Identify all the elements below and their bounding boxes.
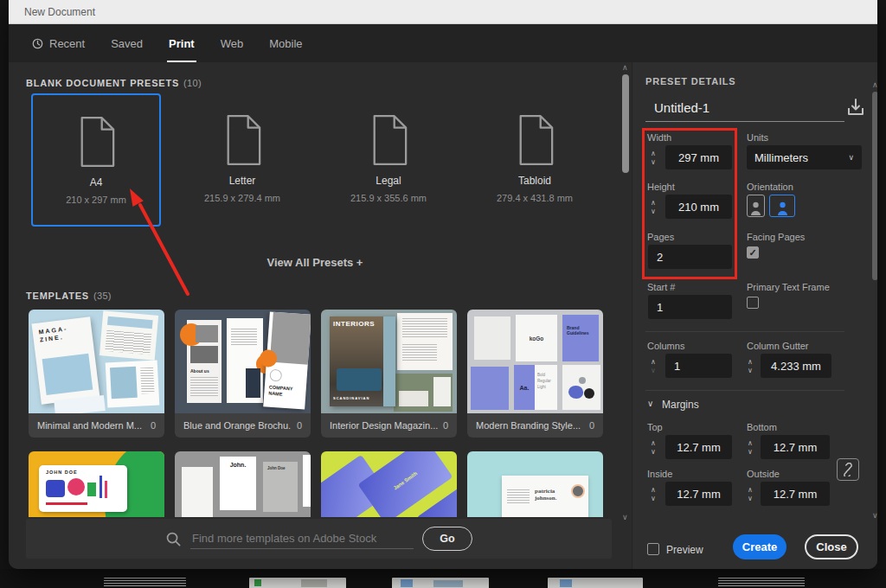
stepper-up-icon[interactable]: ∧ bbox=[651, 359, 656, 365]
column-gutter-field[interactable]: 4.233 mm bbox=[761, 354, 831, 378]
thumb-art bbox=[105, 330, 151, 355]
thumb-art: patricia johnson. bbox=[502, 476, 588, 517]
save-preset-icon[interactable] bbox=[845, 97, 866, 118]
template-card-interior-magazine[interactable]: INTERIORS SCANDINAVIAN Interior Design M… bbox=[321, 310, 457, 438]
thumb-art bbox=[182, 467, 213, 517]
thumb-art bbox=[402, 318, 447, 337]
create-button[interactable]: Create bbox=[733, 534, 786, 559]
thumb-art: About us bbox=[187, 320, 222, 403]
stepper-up-icon[interactable]: ∧ bbox=[748, 487, 753, 493]
template-badge: 0 bbox=[297, 420, 302, 431]
scroll-down-icon[interactable]: ∨ bbox=[622, 514, 628, 521]
margin-bottom-field[interactable]: 12.7 mm bbox=[761, 435, 830, 459]
facing-pages-checkbox[interactable]: ✓ bbox=[747, 246, 759, 259]
tab-print[interactable]: Print bbox=[167, 24, 196, 62]
stepper-up-icon[interactable]: ∧ bbox=[748, 359, 753, 365]
link-margins-button[interactable] bbox=[837, 458, 859, 481]
margin-outside-stepper[interactable]: ∧ ∨ bbox=[743, 482, 757, 506]
scrollbar-thumb[interactable] bbox=[872, 92, 877, 280]
columns-field[interactable]: 1 bbox=[665, 354, 732, 378]
document-icon bbox=[515, 114, 555, 166]
template-card-patricia-resume[interactable]: patricia johnson. bbox=[467, 451, 603, 517]
thumb-art bbox=[433, 580, 463, 587]
thumb-art bbox=[105, 481, 107, 498]
units-dropdown[interactable]: Millimeters ∨ bbox=[747, 145, 862, 169]
template-row-2: JOHN DOE John. John Doe bbox=[9, 451, 623, 517]
stepper-down-icon[interactable]: ∨ bbox=[651, 495, 656, 502]
scroll-down-icon[interactable]: ∨ bbox=[872, 512, 877, 520]
search-icon bbox=[165, 531, 182, 547]
thumb-art bbox=[46, 502, 87, 505]
orientation-landscape-button[interactable] bbox=[769, 195, 795, 217]
margin-inside-label: Inside bbox=[647, 469, 672, 479]
thumb-art bbox=[246, 368, 260, 398]
template-label-bar: Blue and Orange Brochu... 0 bbox=[175, 413, 311, 438]
units-value: Millimeters bbox=[754, 151, 808, 164]
preset-card-tabloid[interactable]: Tabloid 279.4 x 431.8 mm bbox=[470, 93, 600, 227]
stepper-up-icon[interactable]: ∧ bbox=[651, 487, 656, 493]
margin-inside-stepper[interactable]: ∧ ∨ bbox=[646, 482, 660, 506]
margin-inside-field[interactable]: 12.7 mm bbox=[665, 482, 732, 506]
preset-name-input[interactable]: Untitled-1 bbox=[654, 100, 709, 115]
main-scrollbar[interactable]: ∧ ∨ bbox=[620, 62, 631, 524]
tab-label: Print bbox=[169, 37, 195, 50]
template-card-minimal-magazine[interactable]: MAGA- ZINE. Minimal and Modern M... 0 bbox=[29, 310, 164, 438]
thumb-art: COMPANY NAME bbox=[263, 311, 311, 409]
thumb-art: MAGA- ZINE. bbox=[32, 316, 100, 405]
orientation-portrait-button[interactable] bbox=[747, 195, 765, 217]
template-thumbnail: MAGA- ZINE. bbox=[29, 310, 164, 413]
template-card-gray-business-cards[interactable]: John. John Doe bbox=[175, 451, 311, 517]
margin-top-field[interactable]: 12.7 mm bbox=[665, 435, 732, 459]
thumb-art bbox=[190, 346, 218, 363]
template-thumbnail: John. John Doe bbox=[175, 451, 311, 517]
margin-bottom-stepper[interactable]: ∧ ∨ bbox=[743, 435, 757, 459]
tab-recent[interactable]: Recent bbox=[30, 24, 87, 62]
template-card-colorful-card[interactable]: JOHN DOE bbox=[29, 451, 164, 517]
margin-outside-field[interactable]: 12.7 mm bbox=[761, 482, 830, 506]
primary-text-frame-checkbox[interactable] bbox=[747, 297, 759, 309]
template-card-jane-smith-cards[interactable]: Jane Smith bbox=[321, 451, 457, 517]
go-button[interactable]: Go bbox=[422, 527, 472, 551]
thumb-art bbox=[337, 368, 382, 391]
template-label-bar: Minimal and Modern M... 0 bbox=[29, 413, 164, 438]
stepper-up-icon[interactable]: ∧ bbox=[748, 440, 753, 446]
thumb-art bbox=[571, 484, 585, 498]
dialog-titlebar[interactable]: New Document bbox=[9, 0, 877, 24]
start-number-field[interactable]: 1 bbox=[648, 295, 732, 319]
margins-collapse-icon[interactable]: ∨ bbox=[647, 399, 653, 408]
stepper-down-icon[interactable]: ∨ bbox=[651, 449, 656, 455]
primary-text-frame-label: Primary Text Frame bbox=[747, 282, 830, 292]
preview-checkbox[interactable] bbox=[647, 543, 659, 555]
thumb-art bbox=[560, 579, 572, 587]
document-icon bbox=[76, 116, 116, 168]
preset-name: Tabloid bbox=[470, 175, 600, 187]
thumb-text: MAGA- ZINE. bbox=[38, 323, 80, 343]
facing-pages-label: Facing Pages bbox=[747, 232, 805, 242]
close-button[interactable]: Close bbox=[805, 534, 858, 559]
thumb-art: JOHN DOE bbox=[39, 465, 127, 512]
template-card-blue-orange-brochure[interactable]: About us COMPANY NAME Blue and Orange Br… bbox=[175, 310, 311, 438]
margin-top-stepper[interactable]: ∧ ∨ bbox=[646, 435, 660, 459]
stepper-down-icon[interactable]: ∨ bbox=[748, 495, 753, 502]
view-all-presets-link[interactable]: View All Presets + bbox=[9, 256, 621, 269]
stepper-down-icon[interactable]: ∨ bbox=[651, 368, 656, 374]
tab-saved[interactable]: Saved bbox=[109, 24, 144, 62]
stepper-down-icon[interactable]: ∨ bbox=[748, 449, 753, 455]
tab-web[interactable]: Web bbox=[219, 24, 246, 62]
scroll-up-icon[interactable]: ∧ bbox=[872, 81, 877, 89]
column-gutter-stepper[interactable]: ∧ ∨ bbox=[743, 354, 757, 378]
scroll-up-icon[interactable]: ∧ bbox=[622, 64, 628, 72]
preset-dimensions: 215.9 x 355.6 mm bbox=[324, 193, 453, 203]
template-card-modern-branding[interactable]: koGo Brand Guidelines Aa. Bold Regular L… bbox=[467, 310, 603, 438]
scrollbar-thumb[interactable] bbox=[622, 74, 629, 173]
tab-label: Mobile bbox=[269, 37, 302, 50]
start-number-label: Start # bbox=[647, 282, 675, 292]
stepper-up-icon[interactable]: ∧ bbox=[651, 440, 656, 446]
columns-stepper[interactable]: ∧ ∨ bbox=[646, 354, 660, 378]
thumb-art bbox=[87, 483, 96, 496]
preset-card-legal[interactable]: Legal 215.9 x 355.6 mm bbox=[324, 93, 453, 227]
stock-search-input[interactable] bbox=[190, 528, 414, 549]
stepper-down-icon[interactable]: ∨ bbox=[748, 368, 753, 374]
thumb-art bbox=[579, 377, 586, 384]
tab-mobile[interactable]: Mobile bbox=[267, 24, 304, 62]
